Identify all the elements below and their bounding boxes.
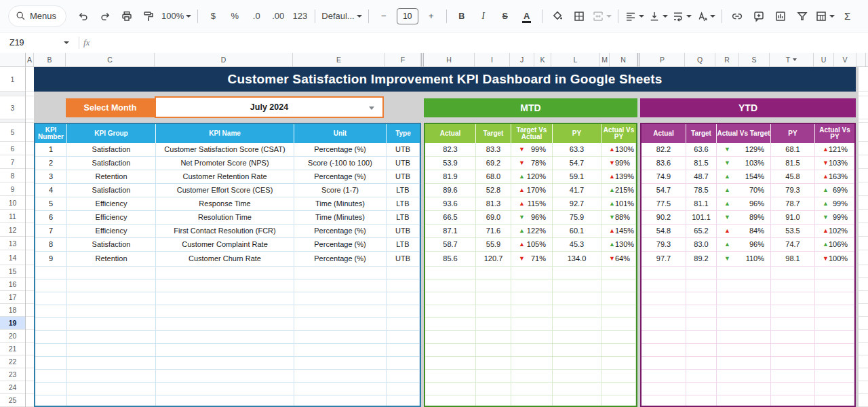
ytd-cell[interactable]: 97.7 — [642, 252, 686, 267]
redo-button[interactable] — [95, 7, 115, 25]
ytd-cell[interactable]: 83.6 — [642, 157, 686, 170]
mtd-empty-cell[interactable] — [425, 395, 476, 407]
column-header[interactable] — [856, 53, 866, 66]
mtd-empty-cell[interactable] — [601, 383, 636, 395]
mtd-cell[interactable]: 81.3 — [476, 197, 511, 211]
mtd-empty-cell[interactable] — [511, 395, 553, 407]
ytd-empty-cell[interactable] — [642, 267, 686, 279]
column-header-b[interactable]: B — [34, 53, 66, 66]
ytd-cell[interactable]: 78.5 — [686, 184, 717, 197]
kpi-cell[interactable]: 9 — [35, 252, 67, 267]
kpi-empty-cell[interactable] — [387, 331, 420, 344]
kpi-empty-cell[interactable] — [294, 344, 387, 357]
kpi-empty-cell[interactable] — [387, 267, 420, 279]
mtd-empty-cell[interactable] — [476, 292, 511, 305]
kpi-cell[interactable]: Time (Minutes) — [294, 211, 387, 225]
mtd-empty-cell[interactable] — [476, 383, 511, 395]
mtd-cell[interactable]: 68.0 — [476, 170, 511, 184]
column-header-k[interactable]: K — [534, 53, 551, 66]
column-header-u[interactable]: U — [814, 53, 834, 66]
ytd-empty-cell[interactable] — [686, 344, 717, 357]
kpi-empty-cell[interactable] — [67, 305, 156, 318]
ytd-empty-cell[interactable] — [771, 395, 815, 407]
mtd-empty-cell[interactable] — [601, 292, 636, 305]
kpi-cell[interactable]: 5 — [35, 197, 67, 211]
column-header-s[interactable]: S — [739, 53, 770, 66]
ytd-cell[interactable]: ▲96% — [717, 197, 771, 211]
mtd-cell[interactable]: 83.3 — [476, 143, 511, 157]
ytd-cell[interactable]: ▼99% — [815, 211, 854, 225]
mtd-empty-cell[interactable] — [553, 318, 601, 331]
kpi-empty-cell[interactable] — [67, 279, 156, 292]
insert-link-button[interactable] — [727, 7, 747, 25]
kpi-empty-cell[interactable] — [294, 395, 387, 407]
ytd-cell[interactable]: ▲102% — [815, 225, 854, 238]
ytd-empty-cell[interactable] — [717, 344, 771, 357]
increase-font-size-button[interactable]: + — [421, 7, 441, 25]
ytd-cell[interactable]: 78.7 — [771, 197, 815, 211]
ytd-cell[interactable]: 54.8 — [642, 225, 686, 238]
kpi-cell[interactable]: UTB — [387, 157, 420, 170]
mtd-empty-cell[interactable] — [511, 344, 553, 357]
ytd-empty-cell[interactable] — [771, 357, 815, 370]
row-header-17[interactable]: 17 — [0, 291, 25, 304]
kpi-cell[interactable]: 1 — [35, 143, 67, 157]
format-currency-button[interactable]: $ — [203, 7, 223, 25]
ytd-empty-cell[interactable] — [815, 383, 854, 395]
kpi-empty-cell[interactable] — [35, 267, 67, 279]
kpi-empty-cell[interactable] — [294, 279, 387, 292]
kpi-empty-cell[interactable] — [156, 279, 294, 292]
ytd-cell[interactable]: ▲70% — [717, 184, 771, 197]
ytd-empty-cell[interactable] — [642, 395, 686, 407]
paint-format-button[interactable] — [138, 7, 159, 25]
mtd-empty-cell[interactable] — [476, 395, 511, 407]
column-header-n[interactable]: N — [610, 53, 637, 66]
column-header-p[interactable]: P — [640, 53, 685, 66]
ytd-cell[interactable]: ▼110% — [717, 252, 771, 267]
column-header-r[interactable]: R — [715, 53, 739, 66]
kpi-cell[interactable]: Percentage (%) — [294, 170, 387, 184]
undo-button[interactable] — [73, 7, 94, 25]
mtd-cell[interactable]: 92.7 — [553, 197, 601, 211]
kpi-empty-cell[interactable] — [35, 331, 67, 344]
ytd-empty-cell[interactable] — [771, 292, 815, 305]
ytd-empty-cell[interactable] — [686, 318, 717, 331]
ytd-empty-cell[interactable] — [642, 305, 686, 318]
kpi-empty-cell[interactable] — [387, 318, 420, 331]
ytd-cell[interactable]: 83.0 — [686, 238, 717, 252]
kpi-empty-cell[interactable] — [156, 305, 294, 318]
mtd-empty-cell[interactable] — [511, 370, 553, 383]
column-header-h[interactable]: H — [424, 53, 475, 66]
mtd-cell[interactable]: ▲170% — [511, 184, 553, 197]
kpi-cell[interactable]: Percentage (%) — [294, 225, 387, 238]
kpi-empty-cell[interactable] — [294, 357, 387, 370]
kpi-cell[interactable]: 6 — [35, 211, 67, 225]
kpi-cell[interactable]: Resolution Time — [156, 211, 294, 225]
mtd-empty-cell[interactable] — [511, 267, 553, 279]
ytd-cell[interactable]: 79.3 — [642, 238, 686, 252]
kpi-empty-cell[interactable] — [67, 331, 156, 344]
row-header-2[interactable] — [0, 92, 25, 96]
ytd-cell[interactable]: 98.1 — [771, 252, 815, 267]
fill-color-button[interactable] — [547, 7, 568, 25]
mtd-empty-cell[interactable] — [511, 305, 553, 318]
decrease-font-size-button[interactable]: − — [374, 7, 394, 25]
kpi-empty-cell[interactable] — [387, 395, 420, 407]
kpi-empty-cell[interactable] — [156, 318, 294, 331]
row-header-7[interactable]: 7 — [0, 155, 25, 169]
mtd-empty-cell[interactable] — [425, 357, 476, 370]
kpi-cell[interactable]: Satisfaction — [67, 157, 156, 170]
row-header-24[interactable]: 24 — [0, 381, 25, 394]
mtd-cell[interactable]: ▼99% — [511, 143, 553, 157]
mtd-empty-cell[interactable] — [425, 279, 476, 292]
insert-comment-button[interactable] — [749, 7, 769, 25]
row-header-1[interactable]: 1 — [0, 67, 25, 92]
mtd-empty-cell[interactable] — [553, 395, 601, 407]
row-header-19[interactable]: 19 — [0, 317, 25, 330]
kpi-empty-cell[interactable] — [387, 292, 420, 305]
kpi-cell[interactable]: LTB — [387, 197, 420, 211]
mtd-cell[interactable]: ▲115% — [511, 197, 553, 211]
mtd-cell[interactable]: 60.1 — [553, 225, 601, 238]
column-header-e[interactable]: E — [293, 53, 385, 66]
kpi-cell[interactable]: Customer Retention Rate — [156, 170, 294, 184]
